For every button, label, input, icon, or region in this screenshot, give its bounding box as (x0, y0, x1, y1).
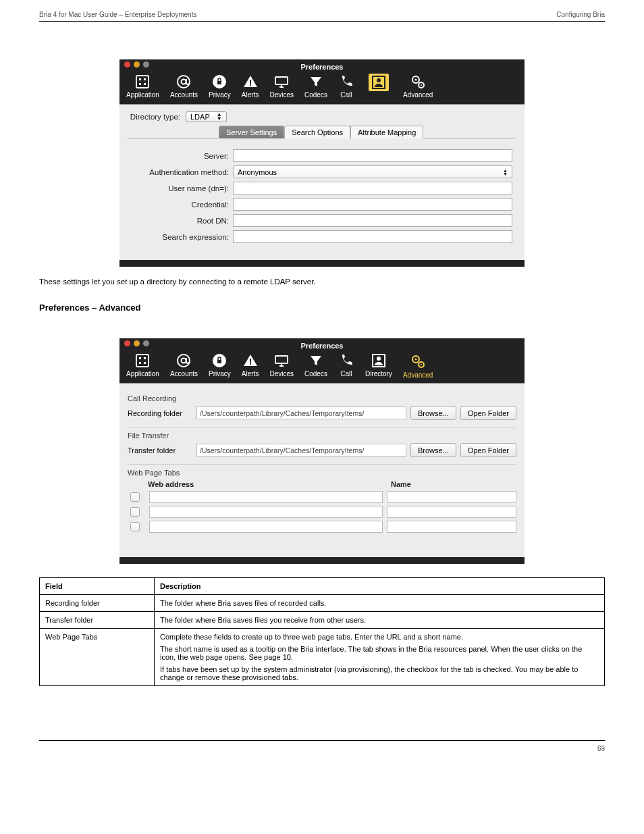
tab-accounts[interactable]: Accounts (165, 72, 203, 102)
credential-input[interactable] (233, 198, 512, 211)
tab-devices[interactable]: Devices (264, 72, 299, 102)
call-recording-title: Call Recording (128, 394, 516, 402)
rootdn-label: Root DN: (132, 217, 233, 225)
tab-advanced[interactable]: Advanced (398, 351, 438, 381)
close-icon[interactable] (124, 340, 130, 346)
name-input[interactable] (387, 521, 516, 533)
th-description: Description (155, 578, 605, 595)
transfer-folder-label: Transfer folder (128, 446, 192, 454)
web-tab-row (128, 491, 516, 503)
window-title: Preferences (301, 63, 344, 71)
tab-devices[interactable]: Devices (264, 351, 299, 381)
svg-point-15 (415, 79, 417, 81)
svg-point-13 (377, 78, 381, 82)
search-expr-input[interactable] (233, 230, 512, 243)
tab-privacy[interactable]: Privacy (203, 351, 236, 381)
zoom-icon[interactable] (143, 340, 149, 346)
tab-application[interactable]: Application (121, 72, 165, 102)
svg-rect-26 (217, 360, 221, 363)
file-transfer-title: File Transfer (128, 432, 516, 440)
svg-rect-3 (139, 83, 141, 85)
phone-icon (338, 353, 354, 369)
svg-point-17 (421, 84, 422, 86)
tab-application[interactable]: Application (121, 351, 165, 381)
username-input[interactable] (233, 182, 512, 194)
tab-privacy[interactable]: Privacy (203, 72, 236, 102)
gears-icon (410, 74, 426, 90)
auth-method-select[interactable]: Anonymous ▲▼ (233, 165, 512, 178)
svg-rect-22 (144, 362, 146, 364)
server-input[interactable] (233, 149, 512, 162)
table-row: Web Page Tabs Complete these fields to c… (40, 629, 605, 686)
minimize-icon[interactable] (134, 61, 140, 68)
directory-pane: Directory type: LDAP ▲▼ Server Settings … (119, 104, 525, 260)
auth-method-label: Authentication method: (132, 168, 233, 176)
advanced-heading: Preferences – Advanced (39, 303, 605, 313)
chevron-updown-icon: ▲▼ (217, 113, 222, 121)
web-tabs-header: Web address Name (128, 480, 516, 491)
browse-button[interactable]: Browse... (410, 443, 456, 457)
web-page-tabs-title: Web Page Tabs (128, 469, 516, 477)
open-folder-button[interactable]: Open Folder (460, 406, 516, 420)
gears-icon (410, 353, 426, 369)
preferences-window-advanced: Preferences Application Accounts Privacy… (119, 338, 525, 564)
name-input[interactable] (387, 506, 516, 518)
directory-subtabs: Server Settings Search Options Attribute… (219, 125, 516, 138)
tab-directory[interactable]: Directory (360, 72, 398, 102)
svg-point-6 (182, 80, 186, 84)
svg-rect-9 (250, 80, 251, 84)
transfer-folder-input[interactable] (196, 444, 406, 457)
svg-point-35 (421, 364, 422, 365)
checkbox[interactable] (130, 492, 140, 502)
tab-search-options[interactable]: Search Options (284, 126, 350, 138)
minimize-icon[interactable] (134, 340, 140, 346)
tab-accounts[interactable]: Accounts (165, 351, 203, 381)
svg-rect-20 (144, 357, 146, 359)
tab-attribute-mapping[interactable]: Attribute Mapping (350, 126, 423, 138)
web-address-input[interactable] (149, 491, 383, 503)
tab-server-settings[interactable]: Server Settings (219, 126, 284, 138)
open-folder-button[interactable]: Open Folder (460, 443, 516, 457)
checkbox[interactable] (130, 507, 140, 517)
funnel-icon (308, 353, 324, 369)
recording-folder-input[interactable] (196, 407, 406, 419)
tab-advanced[interactable]: Advanced (398, 72, 438, 102)
svg-rect-27 (250, 359, 251, 363)
window-title: Preferences (301, 342, 344, 350)
close-icon[interactable] (124, 61, 130, 68)
tab-codecs[interactable]: Codecs (299, 351, 333, 381)
monitor-icon (273, 74, 290, 90)
rootdn-input[interactable] (233, 214, 512, 227)
monitor-icon (273, 353, 290, 369)
header-left: Bria 4 for Mac User Guide – Enterprise D… (39, 11, 196, 18)
table-header-row: Field Description (40, 578, 605, 595)
svg-rect-8 (217, 81, 221, 84)
tab-directory[interactable]: Directory (360, 351, 398, 381)
lock-icon (211, 74, 227, 90)
server-label: Server: (132, 152, 233, 160)
web-address-input[interactable] (149, 506, 383, 518)
tab-codecs[interactable]: Codecs (299, 72, 333, 102)
checkbox[interactable] (130, 522, 140, 531)
search-expr-label: Search expression: (132, 233, 233, 241)
tab-alerts[interactable]: Alerts (236, 351, 265, 381)
zoom-icon[interactable] (143, 61, 149, 68)
tab-call[interactable]: Call (333, 72, 360, 102)
tab-alerts[interactable]: Alerts (236, 72, 265, 102)
name-input[interactable] (387, 491, 516, 503)
browse-button[interactable]: Browse... (410, 406, 456, 420)
svg-rect-4 (144, 83, 146, 85)
svg-point-5 (178, 76, 190, 88)
tab-call[interactable]: Call (333, 351, 360, 381)
directory-type-select[interactable]: LDAP ▲▼ (186, 111, 227, 122)
preferences-window-directory: Preferences Application Accounts Privacy… (119, 59, 525, 267)
toolbar: Application Accounts Privacy Alerts Devi… (119, 349, 525, 383)
svg-rect-18 (136, 355, 149, 367)
phone-icon (338, 74, 354, 90)
svg-point-33 (415, 359, 417, 361)
grid-icon (134, 74, 151, 90)
web-address-input[interactable] (149, 521, 383, 533)
titlebar: Preferences (119, 59, 525, 70)
svg-rect-29 (275, 356, 288, 363)
server-settings-form: Server: Authentication method: Anonymous… (128, 138, 516, 251)
